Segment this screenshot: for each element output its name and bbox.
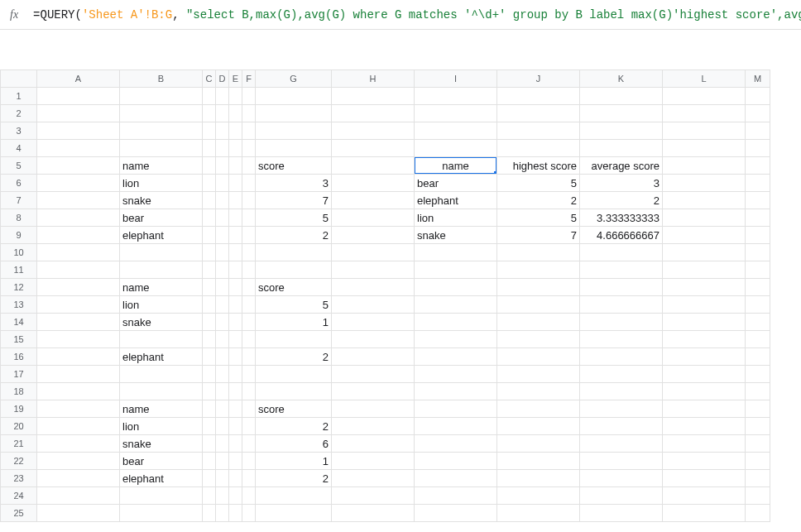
cell-J15[interactable] [497, 331, 580, 348]
cell-E23[interactable] [229, 470, 242, 487]
cell-E21[interactable] [229, 435, 242, 453]
cell-L11[interactable] [663, 261, 746, 279]
cell-H10[interactable] [332, 244, 415, 261]
cell-C6[interactable] [203, 175, 216, 192]
cell-D1[interactable] [216, 88, 229, 105]
cell-I5[interactable]: name [415, 157, 497, 175]
row-header-3[interactable]: 3 [1, 122, 37, 140]
cell-G16[interactable]: 2 [256, 348, 332, 366]
cell-F22[interactable] [242, 453, 256, 470]
cell-K18[interactable] [580, 383, 663, 400]
cell-A8[interactable] [37, 209, 120, 227]
cell-D11[interactable] [216, 261, 229, 279]
cell-I24[interactable] [415, 487, 497, 505]
cell-F18[interactable] [242, 383, 256, 400]
row-header-16[interactable]: 16 [1, 348, 37, 366]
cell-G15[interactable] [256, 331, 332, 348]
cell-J25[interactable] [497, 505, 580, 522]
cell-B11[interactable] [120, 261, 203, 279]
cell-L18[interactable] [663, 383, 746, 400]
row-header-9[interactable]: 9 [1, 227, 37, 244]
cell-M18[interactable] [746, 383, 770, 400]
cell-D13[interactable] [216, 296, 229, 314]
cell-E2[interactable] [229, 105, 242, 122]
cell-L13[interactable] [663, 296, 746, 314]
cell-D10[interactable] [216, 244, 229, 261]
cell-F1[interactable] [242, 88, 256, 105]
cell-F5[interactable] [242, 157, 256, 175]
cell-M4[interactable] [746, 140, 770, 157]
cell-K22[interactable] [580, 453, 663, 470]
cell-I8[interactable]: lion [415, 209, 497, 227]
cell-G18[interactable] [256, 383, 332, 400]
cell-H5[interactable] [332, 157, 415, 175]
cell-E20[interactable] [229, 418, 242, 435]
cell-K21[interactable] [580, 435, 663, 453]
cell-L21[interactable] [663, 435, 746, 453]
cell-A19[interactable] [37, 400, 120, 418]
cell-M25[interactable] [746, 505, 770, 522]
cell-C25[interactable] [203, 505, 216, 522]
row-header-23[interactable]: 23 [1, 470, 37, 487]
row-header-24[interactable]: 24 [1, 487, 37, 505]
cell-I16[interactable] [415, 348, 497, 366]
column-header-H[interactable]: H [332, 70, 415, 88]
cell-D7[interactable] [216, 192, 229, 209]
cell-D22[interactable] [216, 453, 229, 470]
cell-C8[interactable] [203, 209, 216, 227]
cell-L25[interactable] [663, 505, 746, 522]
cell-F13[interactable] [242, 296, 256, 314]
cell-K6[interactable]: 3 [580, 175, 663, 192]
cell-J19[interactable] [497, 400, 580, 418]
cell-J4[interactable] [497, 140, 580, 157]
cell-E25[interactable] [229, 505, 242, 522]
cell-H16[interactable] [332, 348, 415, 366]
cell-B23[interactable]: elephant [120, 470, 203, 487]
cell-B25[interactable] [120, 505, 203, 522]
cell-E24[interactable] [229, 487, 242, 505]
cell-M8[interactable] [746, 209, 770, 227]
cell-K2[interactable] [580, 105, 663, 122]
cell-E16[interactable] [229, 348, 242, 366]
row-header-25[interactable]: 25 [1, 505, 37, 522]
cell-G2[interactable] [256, 105, 332, 122]
cell-F20[interactable] [242, 418, 256, 435]
cell-G12[interactable]: score [256, 279, 332, 296]
column-header-C[interactable]: C [203, 70, 216, 88]
cell-J7[interactable]: 2 [497, 192, 580, 209]
cell-L22[interactable] [663, 453, 746, 470]
cell-A14[interactable] [37, 314, 120, 331]
cell-I23[interactable] [415, 470, 497, 487]
cell-G17[interactable] [256, 366, 332, 383]
cell-L9[interactable] [663, 227, 746, 244]
cell-M9[interactable] [746, 227, 770, 244]
cell-K17[interactable] [580, 366, 663, 383]
cell-C19[interactable] [203, 400, 216, 418]
cell-G6[interactable]: 3 [256, 175, 332, 192]
cell-E9[interactable] [229, 227, 242, 244]
cell-E10[interactable] [229, 244, 242, 261]
cell-D4[interactable] [216, 140, 229, 157]
cell-M5[interactable] [746, 157, 770, 175]
cell-I2[interactable] [415, 105, 497, 122]
cell-I7[interactable]: elephant [415, 192, 497, 209]
cell-L6[interactable] [663, 175, 746, 192]
cell-F12[interactable] [242, 279, 256, 296]
cell-C3[interactable] [203, 122, 216, 140]
cell-M11[interactable] [746, 261, 770, 279]
cell-L4[interactable] [663, 140, 746, 157]
cell-C14[interactable] [203, 314, 216, 331]
row-header-6[interactable]: 6 [1, 175, 37, 192]
cell-M2[interactable] [746, 105, 770, 122]
column-header-D[interactable]: D [216, 70, 229, 88]
cell-K11[interactable] [580, 261, 663, 279]
cell-A16[interactable] [37, 348, 120, 366]
cell-F6[interactable] [242, 175, 256, 192]
cell-H18[interactable] [332, 383, 415, 400]
cell-L23[interactable] [663, 470, 746, 487]
cell-G3[interactable] [256, 122, 332, 140]
cell-D17[interactable] [216, 366, 229, 383]
cell-D2[interactable] [216, 105, 229, 122]
cell-L1[interactable] [663, 88, 746, 105]
cell-L20[interactable] [663, 418, 746, 435]
